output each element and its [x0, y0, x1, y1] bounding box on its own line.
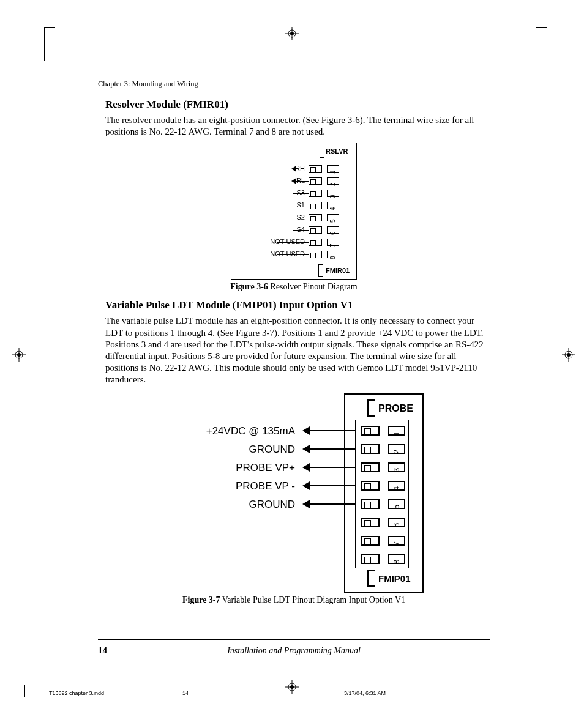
- pin-number: 8: [392, 559, 401, 563]
- dia1-pin-row: S14: [231, 199, 356, 212]
- slug-file: T13692 chapter 3.indd: [49, 690, 104, 696]
- pin-label: +24VDC @ 135mA: [179, 425, 295, 437]
- figure-3-7-caption: Figure 3-7 Variable Pulse LDT Pinout Dia…: [98, 595, 490, 605]
- crop-mark-top-right: [536, 27, 547, 61]
- dia1-pin-row: NOT USED8: [231, 248, 356, 261]
- pin-label: S3: [297, 189, 305, 196]
- dia1-pin-row: NOT USED7: [231, 236, 356, 248]
- pin-label: NOT USED: [270, 250, 305, 258]
- footer-title: Installation and Programming Manual: [98, 646, 490, 656]
- dia2-pin-row: +24VDC @ 135mA1: [164, 423, 424, 441]
- pin-label: GROUND: [179, 499, 295, 511]
- pin-number: 5: [392, 504, 401, 508]
- crop-mark-top-left: [44, 27, 55, 61]
- slug-page: 14: [182, 690, 189, 696]
- dia1-pin-row: S33: [231, 187, 356, 199]
- dia1-pin-row: S25: [231, 212, 356, 224]
- section-title-ldt: Variable Pulse LDT Module (FMIP01) Input…: [105, 299, 490, 311]
- pin-label: RL: [296, 177, 305, 184]
- pin-number: 8: [329, 256, 336, 260]
- pin-number: 4: [329, 207, 336, 211]
- dia2-top-label: PROBE: [378, 403, 413, 414]
- dia1-bottom-label: FMIR01: [326, 267, 350, 274]
- pin-number: 7: [392, 541, 401, 545]
- pin-label: S4: [297, 226, 305, 233]
- figure-3-6: RSLVR RH1RL2S33S14S25S46NOT USED7NOT USE…: [98, 143, 490, 292]
- slug-timestamp: 3/17/04, 6:31 AM: [344, 690, 386, 696]
- registration-mark-left: [12, 348, 26, 362]
- dia1-pin-row: S46: [231, 224, 356, 236]
- dia1-pin-row: RH1: [231, 163, 356, 175]
- section-title-resolver: Resolver Module (FMIR01): [105, 98, 490, 111]
- pin-label: S1: [297, 201, 305, 209]
- footer-rule: [98, 639, 490, 640]
- dia2-pin-row: 6: [164, 514, 424, 533]
- pin-label: S2: [297, 214, 305, 221]
- registration-mark-top: [285, 27, 299, 40]
- pin-number: 1: [329, 171, 336, 174]
- pin-label: PROBE VP+: [179, 462, 295, 474]
- registration-mark-right: [562, 348, 575, 362]
- pin-number: 2: [329, 183, 336, 187]
- pin-number: 7: [329, 244, 336, 248]
- pin-number: 4: [392, 486, 401, 490]
- pin-label: NOT USED: [270, 238, 305, 245]
- dia1-pin-row: RL2: [231, 175, 356, 187]
- dia2-pin-row: PROBE VP+3: [164, 459, 424, 478]
- section-body-resolver: The resolver module has an eight-positio…: [105, 114, 490, 138]
- pin-number: 2: [392, 449, 401, 453]
- chapter-header: Chapter 3: Mounting and Wiring: [98, 80, 490, 91]
- pin-label: RH: [295, 165, 305, 172]
- ldt-pinout-diagram: PROBE FMIP01 +24VDC @ 135mA1GROUND2PROBE…: [164, 393, 424, 593]
- resolver-pinout-diagram: RSLVR RH1RL2S33S14S25S46NOT USED7NOT USE…: [231, 143, 357, 280]
- dia1-top-label: RSLVR: [326, 147, 348, 155]
- registration-mark-bottom: [285, 680, 299, 694]
- dia2-pin-row: 7: [164, 533, 424, 551]
- pin-label: PROBE VP -: [179, 480, 295, 492]
- page-content: Chapter 3: Mounting and Wiring Resolver …: [98, 80, 490, 612]
- pin-number: 3: [329, 195, 336, 199]
- section-body-ldt: The variable pulse LDT module has an eig…: [105, 315, 490, 385]
- dia2-pin-row: 8: [164, 551, 424, 570]
- dia2-pin-row: GROUND5: [164, 496, 424, 514]
- pin-number: 6: [392, 522, 401, 527]
- pin-number: 3: [392, 467, 401, 472]
- pin-number: 6: [329, 232, 336, 236]
- dia2-pin-row: PROBE VP -4: [164, 478, 424, 496]
- figure-3-7: PROBE FMIP01 +24VDC @ 135mA1GROUND2PROBE…: [98, 393, 490, 605]
- pin-label: GROUND: [179, 444, 295, 456]
- figure-3-6-caption: Figure 3-6 Resolver Pinout Diagram: [98, 282, 490, 292]
- dia2-bottom-label: FMIP01: [378, 573, 411, 584]
- pin-number: 1: [392, 431, 401, 435]
- pin-number: 5: [329, 220, 336, 223]
- dia2-pin-row: GROUND2: [164, 441, 424, 459]
